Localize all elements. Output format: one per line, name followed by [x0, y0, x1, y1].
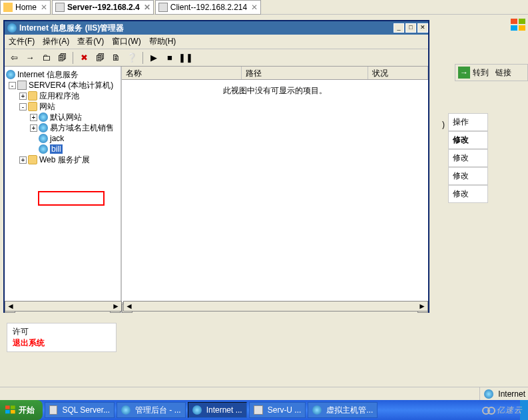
- toolbar-separator: [73, 52, 73, 64]
- expander-icon[interactable]: +: [30, 124, 37, 132]
- server-icon: [55, 3, 65, 12]
- expander-icon[interactable]: +: [30, 114, 37, 121]
- expander-icon[interactable]: +: [19, 156, 27, 164]
- app-icon: [312, 405, 322, 415]
- expander-icon[interactable]: -: [19, 103, 27, 110]
- forward-button[interactable]: →: [23, 51, 37, 65]
- tree-app-pool[interactable]: 应用程序池: [39, 91, 79, 102]
- tree-site-jack[interactable]: jack: [50, 134, 64, 143]
- tab-client[interactable]: Client--192.168.2.214 ✕: [155, 0, 261, 15]
- tree-sites[interactable]: 网站: [39, 101, 55, 112]
- window-title: Internet 信息服务 (IIS)管理器: [19, 23, 392, 34]
- list-header: 名称 路径 状况: [122, 67, 428, 80]
- stop-button[interactable]: ■: [163, 51, 176, 65]
- window-titlebar[interactable]: Internet 信息服务 (IIS)管理器 _ □ ✕: [5, 21, 428, 35]
- menu-operate[interactable]: 操作(A): [43, 36, 69, 47]
- play-button[interactable]: ▶: [147, 51, 160, 65]
- permissions-box: 许可 退出系统: [7, 323, 117, 352]
- windows-flag-icon: [511, 19, 527, 32]
- menu-view[interactable]: 查看(V): [77, 36, 104, 47]
- taskbar: 开始 SQL Server... 管理后台 - ... Internet ...…: [0, 400, 528, 420]
- tree-site-yifang[interactable]: 易方域名主机销售: [50, 122, 114, 134]
- up-button[interactable]: 🗀: [39, 51, 53, 65]
- svg-rect-4: [5, 405, 10, 409]
- menu-window[interactable]: 窗口(W): [112, 36, 140, 47]
- action-modify[interactable]: 修改: [448, 185, 488, 203]
- app-icon: [192, 405, 202, 415]
- folder-icon: [28, 155, 37, 164]
- taskbar-item[interactable]: Serv-U ...: [249, 402, 306, 418]
- col-name[interactable]: 名称: [122, 67, 242, 79]
- actions-panel: 操作 修改 修改 修改 修改: [448, 113, 488, 203]
- close-button[interactable]: ✕: [417, 23, 428, 33]
- taskbar-item[interactable]: 管理后台 - ...: [117, 402, 186, 418]
- svg-rect-2: [511, 25, 517, 31]
- col-path[interactable]: 路径: [242, 67, 368, 79]
- back-button[interactable]: ⇦: [7, 51, 21, 65]
- site-icon: [39, 112, 48, 122]
- site-icon: [39, 134, 48, 143]
- minimize-button[interactable]: _: [394, 23, 404, 33]
- site-icon: [39, 144, 48, 154]
- goto-bar: → 转到 链接: [455, 64, 528, 81]
- toolbar-separator: [142, 52, 143, 64]
- menu-file[interactable]: 文件(F): [9, 36, 35, 47]
- svg-rect-6: [5, 410, 10, 413]
- maximize-button[interactable]: □: [405, 23, 416, 33]
- props-button[interactable]: 🗐: [55, 51, 69, 65]
- help-button[interactable]: ❔: [125, 51, 138, 65]
- menu-help[interactable]: 帮助(H): [149, 36, 176, 47]
- tab-server[interactable]: Server--192.168.2.4 ✕: [52, 0, 154, 15]
- app-icon: [49, 405, 57, 415]
- start-label: 开始: [19, 405, 35, 416]
- links-label[interactable]: 链接: [495, 67, 511, 79]
- taskbar-item[interactable]: SQL Server...: [45, 402, 115, 418]
- col-status[interactable]: 状况: [368, 67, 428, 79]
- pause-button[interactable]: ❚❚: [179, 51, 192, 65]
- tab-close-icon[interactable]: ✕: [144, 3, 150, 12]
- tree-site-bill[interactable]: bill: [50, 144, 63, 154]
- tree-site-default[interactable]: 默认网站: [50, 112, 82, 123]
- home-icon: [3, 3, 13, 12]
- delete-button[interactable]: ✖: [77, 51, 91, 65]
- tab-close-icon[interactable]: ✕: [251, 3, 258, 12]
- goto-button[interactable]: →: [458, 67, 470, 79]
- expander-icon[interactable]: +: [19, 93, 27, 100]
- action-header: 操作: [448, 113, 488, 131]
- menu-bar: 文件(F) 操作(A) 查看(V) 窗口(W) 帮助(H): [5, 35, 428, 49]
- action-modify[interactable]: 修改: [448, 167, 488, 185]
- watermark: 亿速云: [482, 405, 523, 416]
- svg-rect-7: [11, 410, 15, 413]
- expander-icon[interactable]: -: [9, 82, 16, 89]
- action-modify-bold[interactable]: 修改: [448, 131, 488, 149]
- outer-scrollbar[interactable]: ◄► ◄►: [5, 301, 428, 312]
- tab-close-icon[interactable]: ✕: [41, 3, 47, 12]
- start-button[interactable]: 开始: [0, 400, 43, 420]
- folder-icon: [28, 91, 37, 101]
- edit-button[interactable]: 🗎: [109, 51, 123, 65]
- goto-label: 转到: [473, 67, 489, 79]
- tab-label: Server--192.168.2.4: [67, 3, 140, 12]
- export-button[interactable]: 🗐: [93, 51, 107, 65]
- tree-server[interactable]: SERVER4 (本地计算机): [29, 80, 113, 91]
- svg-rect-0: [511, 19, 517, 24]
- taskbar-item[interactable]: 虚拟主机管...: [308, 402, 378, 418]
- internet-icon: [484, 389, 493, 399]
- tree-web-ext[interactable]: Web 服务扩展: [39, 154, 90, 166]
- tree-root[interactable]: Internet 信息服务: [17, 69, 79, 81]
- taskbar-item-active[interactable]: Internet ...: [188, 402, 247, 418]
- tab-label: Home: [15, 3, 37, 12]
- action-modify[interactable]: 修改: [448, 149, 488, 167]
- tab-home[interactable]: Home ✕: [0, 0, 51, 15]
- toolbar: ⇦ → 🗀 🗐 ✖ 🗐 🗎 ❔ ▶ ■ ❚❚: [5, 49, 428, 67]
- highlight-annotation: [38, 191, 105, 206]
- server-icon: [17, 81, 27, 90]
- svg-rect-5: [11, 405, 15, 409]
- small-paren: ): [442, 120, 445, 129]
- allow-label[interactable]: 许可: [13, 326, 111, 337]
- svg-rect-1: [519, 19, 525, 24]
- iis-manager-window: Internet 信息服务 (IIS)管理器 _ □ ✕ 文件(F) 操作(A)…: [3, 20, 429, 313]
- exit-system-link[interactable]: 退出系统: [13, 337, 111, 349]
- empty-message: 此视图中没有可显示的项目。: [122, 80, 428, 97]
- app-icon: [254, 405, 263, 415]
